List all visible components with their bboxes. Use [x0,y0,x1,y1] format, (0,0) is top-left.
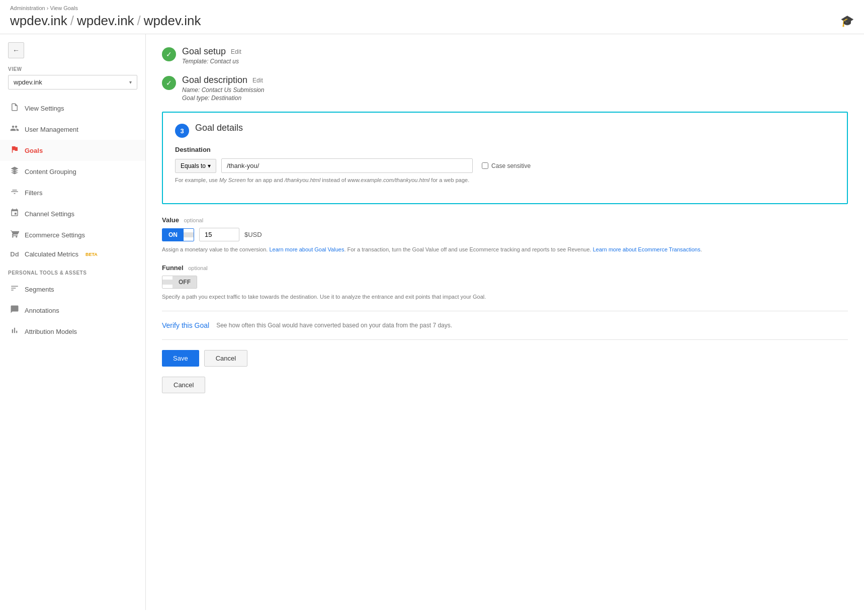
sidebar-item-filters[interactable]: Filters [0,182,145,203]
sidebar-item-label: Goals [25,147,43,154]
filter-icon [10,187,20,198]
learn-goals-link[interactable]: Learn more about Goal Values [269,246,344,252]
view-dropdown[interactable]: wpdev.ink ▾ [8,75,137,90]
users-icon [10,124,20,135]
chevron-down-icon: ▾ [129,79,132,85]
sidebar-item-label: User Management [25,126,78,133]
view-label: VIEW [0,66,145,72]
goal-setup-step: ✓ Goal setup Edit Template: Contact us [162,46,848,65]
funnel-label: Funnel [162,264,184,272]
currency-label: $USD [244,231,262,238]
cancel-bottom-button[interactable]: Cancel [162,377,205,393]
personal-tools-label: PERSONAL TOOLS & ASSETS [0,263,145,279]
flag-icon [10,145,20,156]
verify-row: Verify this Goal See how often this Goal… [162,321,848,329]
sidebar-item-label: Segments [25,286,54,293]
value-amount-input[interactable] [199,228,239,241]
sidebar-item-label: Filters [25,189,42,197]
sidebar-item-attribution-models[interactable]: Attribution Models [0,321,145,342]
sidebar-item-channel-settings[interactable]: Channel Settings [0,203,145,224]
sidebar-item-label: Channel Settings [25,210,74,218]
destination-row: Equals to ▾ Case sensitive [175,158,835,173]
toggle-off-part [184,232,194,237]
goal-details-step: 3 Goal details [175,123,835,138]
match-type-button[interactable]: Equals to ▾ [175,159,216,173]
value-label: Value [162,216,179,224]
beta-badge: BETA [85,252,98,257]
funnel-optional: optional [188,265,208,271]
goal-details-title: Goal details [195,123,835,133]
goal-description-title: Goal description Edit [182,75,848,85]
destination-label: Destination [175,146,835,153]
value-toggle[interactable]: ON [162,228,194,241]
goal-description-edit-link[interactable]: Edit [252,77,263,84]
sidebar-item-user-management[interactable]: User Management [0,119,145,140]
view-dropdown-value: wpdev.ink [14,78,42,86]
sidebar-item-label: View Settings [25,105,64,112]
destination-url-input[interactable] [221,158,473,173]
destination-section: Destination Equals to ▾ Case sensitive F… [175,146,835,183]
step-complete-icon: ✓ [162,47,176,61]
case-sensitive-checkbox[interactable] [482,162,488,169]
action-buttons-row: Save Cancel [162,350,848,367]
sidebar-item-label: Content Grouping [25,168,76,175]
grouping-icon [10,166,20,177]
sidebar-item-calculated-metrics[interactable]: Dd Calculated Metrics BETA [0,245,145,263]
sidebar: ← VIEW wpdev.ink ▾ View Settings User Ma… [0,34,146,610]
sidebar-item-goals[interactable]: Goals [0,140,145,161]
attribution-icon [10,326,20,337]
case-sensitive-label: Case sensitive [491,162,531,169]
goal-description-name: Name: Contact Us Submission [182,86,848,94]
divider-2 [162,339,848,340]
cancel-button[interactable]: Cancel [204,350,247,367]
verify-description: See how often this Goal would have conve… [216,322,452,329]
step-number-icon: 3 [175,124,189,138]
goal-setup-title: Goal setup Edit [182,46,848,57]
sidebar-item-label: Ecommerce Settings [25,231,85,239]
funnel-description: Specify a path you expect traffic to tak… [162,293,848,301]
value-toggle-row: ON $USD [162,228,848,241]
goal-description-step: ✓ Goal description Edit Name: Contact Us… [162,75,848,102]
goal-setup-edit-link[interactable]: Edit [231,48,241,55]
sidebar-item-annotations[interactable]: Annotations [0,300,145,321]
goal-details-box: 3 Goal details Destination Equals to ▾ [162,112,848,204]
back-button[interactable]: ← [8,42,24,58]
annotations-icon [10,305,20,316]
value-section: Value optional ON $USD Assign a monetary… [162,216,848,254]
sidebar-item-content-grouping[interactable]: Content Grouping [0,161,145,182]
toggle-on-part [162,280,172,285]
main-content: ✓ Goal setup Edit Template: Contact us ✓… [146,34,864,610]
channel-icon [10,208,20,219]
goal-description-type: Goal type: Destination [182,95,848,102]
case-sensitive-checkbox-row: Case sensitive [482,162,531,169]
cart-icon [10,229,20,240]
funnel-section: Funnel optional OFF Specify a path you e… [162,264,848,301]
toggle-on-label: ON [162,229,184,241]
destination-hint: For example, use My Screen for an app an… [175,177,835,183]
sidebar-item-segments[interactable]: Segments [0,279,145,300]
document-icon [10,103,20,114]
site-title: wpdev.ink / wpdev.ink / wpdev.ink 🎓 [10,13,854,29]
step-complete-icon: ✓ [162,76,176,90]
sidebar-item-label: Attribution Models [25,328,77,335]
learn-ecommerce-link[interactable]: Learn more about Ecommerce Transactions [593,246,701,252]
verify-goal-link[interactable]: Verify this Goal [162,321,209,329]
segments-icon [10,284,20,295]
value-optional: optional [184,217,204,223]
dropdown-arrow-icon: ▾ [208,162,211,169]
sidebar-item-label: Calculated Metrics [25,250,78,258]
divider [162,311,848,311]
goal-setup-subtitle: Template: Contact us [182,58,848,65]
sidebar-item-ecommerce-settings[interactable]: Ecommerce Settings [0,224,145,245]
toggle-off-label: OFF [172,276,197,288]
save-button[interactable]: Save [162,350,199,367]
sidebar-item-label: Annotations [25,307,59,314]
funnel-toggle[interactable]: OFF [162,276,197,289]
graduation-hat-icon: 🎓 [840,15,854,28]
sidebar-item-view-settings[interactable]: View Settings [0,98,145,119]
funnel-toggle-row: OFF [162,276,848,289]
value-description: Assign a monetary value to the conversio… [162,245,848,254]
breadcrumb: Administration › View Goals [10,5,854,11]
metrics-icon: Dd [10,250,20,258]
